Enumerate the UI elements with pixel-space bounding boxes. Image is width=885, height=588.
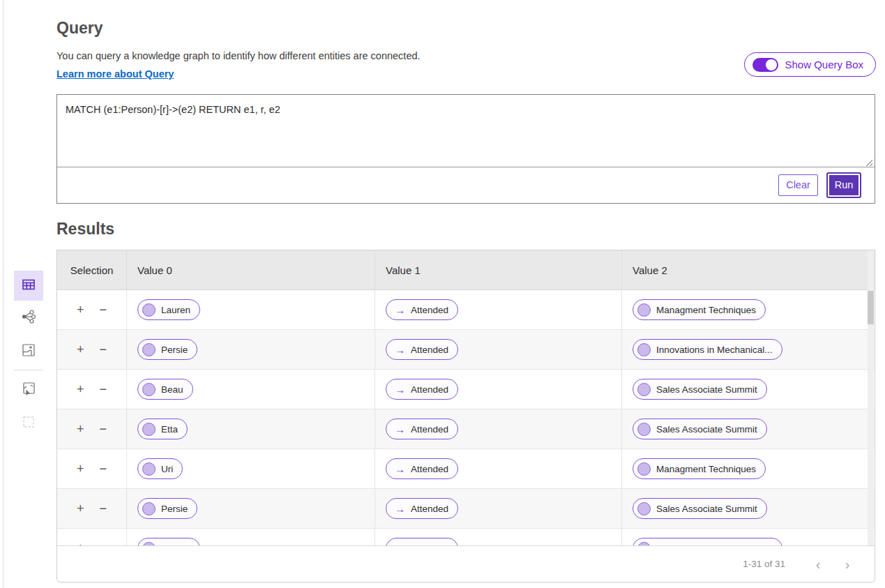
value0-cell: Persie <box>126 489 375 528</box>
add-to-selection-button[interactable]: + <box>77 343 84 356</box>
column-header-value0: Value 0 <box>126 250 375 289</box>
remove-from-selection-button[interactable]: − <box>100 462 107 475</box>
entity-node-icon <box>637 423 651 436</box>
entity-chip[interactable]: Persie <box>137 498 197 519</box>
entity-chip[interactable]: Innovations in Mechanical... <box>633 339 782 360</box>
table-row: + − Lauren → Attended Managment Techniqu… <box>57 290 875 330</box>
run-button[interactable]: Run <box>826 172 861 198</box>
query-input[interactable]: MATCH (e1:Person)-[r]->(e2) RETURN e1, r… <box>57 95 875 167</box>
entity-node-icon <box>637 462 651 476</box>
relationship-chip[interactable]: → Attended <box>386 498 458 519</box>
table-row: + − Uri → Attended Managment Techniques <box>57 449 875 489</box>
entity-node-icon <box>142 502 156 515</box>
entity-label: Sales Associate Summit <box>656 424 757 435</box>
map-icon <box>21 342 36 360</box>
remove-from-selection-button[interactable]: − <box>100 423 107 435</box>
page-title: Query <box>56 19 103 38</box>
entity-chip[interactable]: Sales Associate Summit <box>633 379 767 400</box>
entity-chip[interactable]: Managment Techniques <box>633 458 766 479</box>
table-scrollbar[interactable] <box>868 250 874 545</box>
table-row: + − Lauren → Attended Innovations in Mec… <box>57 529 875 547</box>
clear-button[interactable]: Clear <box>778 174 818 196</box>
pagination-prev-button[interactable]: ‹ <box>803 557 833 571</box>
entity-chip[interactable]: Uri <box>137 458 183 479</box>
view-link-chart-button[interactable] <box>14 372 43 406</box>
add-to-selection-button[interactable]: + <box>77 502 84 515</box>
selection-cell: + − <box>57 370 126 409</box>
remove-from-selection-button[interactable]: − <box>100 502 107 515</box>
remove-from-selection-button[interactable]: − <box>100 343 107 356</box>
arrow-right-icon: → <box>395 504 405 514</box>
entity-label: Managment Techniques <box>656 464 756 474</box>
map-cursor-icon <box>21 381 36 398</box>
relationship-label: Attended <box>411 384 448 395</box>
arrow-right-icon: → <box>395 345 405 355</box>
entity-chip[interactable]: Sales Associate Summit <box>633 498 767 519</box>
entity-chip[interactable]: Managment Techniques <box>633 299 766 320</box>
arrow-right-icon: → <box>395 384 405 395</box>
relationship-chip[interactable]: → Attended <box>386 419 458 439</box>
pagination-next-button[interactable]: › <box>833 557 862 571</box>
entity-label: Persie <box>161 345 188 355</box>
arrow-right-icon: → <box>395 464 405 474</box>
query-editor: MATCH (e1:Person)-[r]->(e2) RETURN e1, r… <box>56 94 875 204</box>
relationship-chip[interactable]: → Attended <box>386 299 458 320</box>
table-row: + − Beau → Attended Sales Associate Summ… <box>57 370 875 409</box>
page-description: You can query a knowledge graph to ident… <box>56 50 421 61</box>
table-footer: 1-31 of 31 ‹ › <box>57 545 875 582</box>
relationship-chip[interactable]: → Attended <box>386 339 458 360</box>
toggle-label: Show Query Box <box>785 59 863 70</box>
view-graph-button[interactable] <box>14 301 43 334</box>
entity-label: Managment Techniques <box>656 305 756 315</box>
entity-chip[interactable]: Beau <box>137 379 193 400</box>
dashed-square-icon <box>21 414 36 432</box>
entity-label: Etta <box>161 424 178 435</box>
view-map-button[interactable] <box>14 334 43 368</box>
add-to-selection-button[interactable]: + <box>77 383 84 395</box>
entity-chip[interactable]: Sales Associate Summit <box>633 419 767 439</box>
value2-cell: Sales Associate Summit <box>621 370 875 409</box>
entity-node-icon <box>142 303 156 317</box>
remove-from-selection-button[interactable]: − <box>100 303 107 316</box>
value2-cell: Sales Associate Summit <box>621 489 875 528</box>
relationship-chip[interactable]: → Attended <box>386 458 458 479</box>
value1-cell: → Attended <box>375 449 621 488</box>
relationship-chip[interactable]: → Attended <box>386 379 458 400</box>
relationship-label: Attended <box>411 305 448 315</box>
chevron-left-icon: ‹ <box>816 557 821 572</box>
show-query-box-toggle[interactable]: Show Query Box <box>744 52 876 77</box>
value0-cell: Lauren <box>126 290 375 329</box>
entity-label: Persie <box>161 504 188 514</box>
value0-cell: Lauren <box>126 529 375 547</box>
scrollbar-thumb[interactable] <box>868 291 874 324</box>
toggle-on-icon <box>752 58 778 72</box>
add-to-selection-button[interactable]: + <box>77 462 84 475</box>
value0-cell: Uri <box>126 449 375 488</box>
table-row: + − Persie → Attended Sales Associate Su… <box>57 489 875 529</box>
panel-divider <box>3 0 3 588</box>
value1-cell: → Attended <box>375 330 621 369</box>
selection-cell: + − <box>57 290 126 329</box>
learn-more-link[interactable]: Learn more about Query <box>56 68 174 80</box>
entity-label: Beau <box>161 384 183 395</box>
view-selection-button <box>14 406 43 439</box>
entity-label: Sales Associate Summit <box>656 504 757 514</box>
entity-chip[interactable]: Persie <box>137 339 197 360</box>
value2-cell: Managment Techniques <box>621 290 875 329</box>
selection-cell: + − <box>57 330 126 369</box>
table-row: + − Persie → Attended Innovations in Mec… <box>57 330 875 370</box>
selection-cell: + − <box>57 529 126 547</box>
remove-from-selection-button[interactable]: − <box>100 383 107 395</box>
entity-node-icon <box>142 423 156 436</box>
add-to-selection-button[interactable]: + <box>77 423 84 435</box>
add-to-selection-button[interactable]: + <box>77 303 84 316</box>
table-header: Selection Value 0 Value 1 Value 2 <box>57 250 875 290</box>
relationship-label: Attended <box>411 504 448 514</box>
entity-chip[interactable]: Etta <box>137 419 188 439</box>
entity-node-icon <box>142 343 156 356</box>
relationship-label: Attended <box>411 345 448 355</box>
entity-chip[interactable]: Lauren <box>137 299 200 320</box>
view-table-button[interactable] <box>14 271 43 301</box>
entity-node-icon <box>637 383 651 396</box>
arrow-right-icon: → <box>395 424 405 435</box>
